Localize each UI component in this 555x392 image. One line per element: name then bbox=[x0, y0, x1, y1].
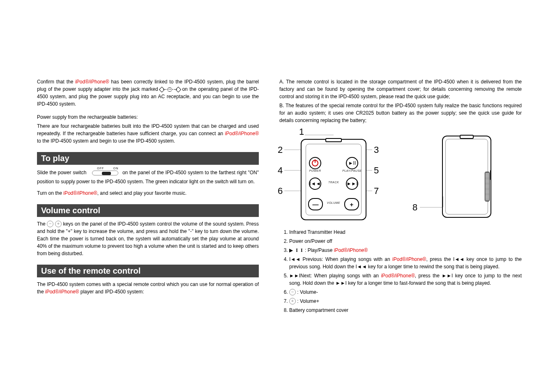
callout-2: 2 bbox=[278, 145, 283, 155]
text: Slide the power switch bbox=[37, 170, 88, 175]
legend-item-3: ▶ I I : Play/Pause iPod®/iPhone® bbox=[289, 247, 522, 254]
text: : Volume+ bbox=[296, 298, 319, 304]
next-icon: ►►I bbox=[336, 280, 347, 286]
legend-item-2: Power on/Power off bbox=[289, 238, 522, 245]
remote-diagram: 1 2 3 4 5 6 7 8 ►II POWER bbox=[278, 127, 508, 225]
ipod-tm: iPod®/iPhone® bbox=[334, 247, 368, 253]
switch-on-label: ON bbox=[113, 166, 119, 171]
minus-icon: − bbox=[289, 289, 296, 295]
play-pause-button-icon: ►II bbox=[346, 157, 358, 169]
right-column: A. The remote control is located in the … bbox=[279, 78, 522, 316]
legend-item-6: − : Volume- bbox=[289, 288, 522, 296]
leader-line bbox=[420, 207, 443, 208]
callout-1: 1 bbox=[299, 127, 304, 137]
legend-list: Infrared Transmitter Head Power on/Power… bbox=[279, 228, 522, 314]
legend-item-8: Battery compartment cover bbox=[289, 307, 522, 314]
section-remote: Use of the remote control bbox=[37, 265, 259, 277]
prev-icon: I◄◄ bbox=[355, 264, 366, 270]
label-track: TRACK bbox=[325, 181, 342, 184]
note-b: B. The features of the special remote co… bbox=[279, 102, 522, 124]
play-paragraph-2: Turn on the iPod®/iPhone®, and select an… bbox=[37, 189, 259, 197]
next-icon: ►►I bbox=[289, 273, 300, 279]
next-icon: ►►I bbox=[442, 273, 453, 279]
text: : Volume- bbox=[296, 289, 318, 295]
callout-6: 6 bbox=[278, 186, 283, 196]
text: , press the bbox=[415, 273, 442, 279]
ipod-tm: iPod®/iPhone® bbox=[75, 79, 109, 85]
power-switch-icon: OFF ON bbox=[88, 166, 121, 176]
ir-transmitter-icon bbox=[325, 138, 342, 142]
section-volume: Volume control bbox=[37, 204, 259, 217]
legend-item-7: + : Volume+ bbox=[289, 297, 522, 305]
minus-icon: − bbox=[47, 221, 53, 227]
label-volume: VOLUME bbox=[325, 201, 343, 204]
text: player and IPD-4500 system: bbox=[79, 289, 144, 295]
ipod-tm: iPod®/iPhone® bbox=[381, 273, 415, 279]
leader-line bbox=[305, 135, 334, 135]
text: key for a longer time to fast-forward th… bbox=[347, 280, 491, 286]
ipod-tm: iPod®/iPhone® bbox=[225, 131, 259, 136]
prev-track-button-icon: I◄◄ bbox=[309, 178, 321, 190]
legend-item-1: Infrared Transmitter Head bbox=[289, 228, 522, 236]
intro-paragraph: Confirm that the iPod®/iPhone® has been … bbox=[37, 78, 259, 108]
text: Next: When playing songs with an bbox=[300, 273, 381, 279]
prev-icon: I◄◄ bbox=[453, 256, 464, 262]
label-playpause: PLAY/PAUSE bbox=[342, 169, 362, 172]
battery-title: Power supply from the rechargeable batte… bbox=[37, 113, 259, 121]
next-track-button-icon: ►►I bbox=[346, 178, 358, 190]
text: , and select and play your favorite musi… bbox=[97, 190, 187, 196]
remote-front-illustration: ►II POWER PLAY/PAUSE I◄◄ ►►I TRACK — + V… bbox=[301, 139, 366, 220]
remote-back-illustration bbox=[442, 136, 491, 218]
text: , press the bbox=[426, 256, 453, 262]
volume-up-button-icon: + bbox=[344, 198, 359, 210]
callout-8: 8 bbox=[412, 202, 417, 213]
text: Confirm that the bbox=[37, 79, 75, 85]
play-paragraph: Slide the power switch OFF ON on the pan… bbox=[37, 168, 259, 185]
battery-cover-notch-icon bbox=[490, 170, 491, 180]
plus-icon: + bbox=[289, 298, 296, 304]
manual-page: Confirm that the iPod®/iPhone® has been … bbox=[0, 0, 555, 340]
volume-paragraph: The − + keys on the panel of the IPD-450… bbox=[37, 220, 259, 257]
switch-off-label: OFF bbox=[97, 166, 104, 171]
prev-icon: I◄◄ bbox=[289, 256, 300, 262]
section-to-play: To play bbox=[37, 152, 259, 165]
text: Turn on the bbox=[37, 190, 63, 196]
callout-3: 3 bbox=[374, 145, 379, 155]
text: key for a longer time to rewind the song… bbox=[367, 264, 500, 270]
note-a: A. The remote control is located in the … bbox=[279, 78, 522, 100]
volume-down-button-icon: — bbox=[308, 198, 323, 210]
text: The bbox=[37, 221, 47, 227]
dc-jack-icon bbox=[160, 87, 180, 92]
power-button-icon bbox=[309, 157, 321, 169]
remote-paragraph: The IPD-4500 system comes with a special… bbox=[37, 281, 259, 295]
callout-7: 7 bbox=[374, 186, 379, 196]
text: Previous: When playing songs with an bbox=[300, 256, 392, 262]
text: keys on the panel of the IPD-4500 system… bbox=[37, 221, 259, 256]
label-power: POWER bbox=[309, 169, 321, 172]
ir-transmitter-icon bbox=[460, 135, 474, 139]
play-icon: ▶ I I bbox=[289, 247, 304, 253]
legend-item-5: ►►INext: When playing songs with an iPod… bbox=[289, 272, 522, 287]
left-column: Confirm that the iPod®/iPhone® has been … bbox=[37, 78, 259, 316]
plus-icon: + bbox=[55, 221, 62, 227]
ipod-tm: iPod®/iPhone® bbox=[63, 190, 97, 196]
battery-paragraph: There are four rechargeable batteries bu… bbox=[37, 122, 259, 145]
callout-4: 4 bbox=[278, 165, 283, 176]
ipod-tm: iPod®/iPhone® bbox=[45, 289, 79, 295]
legend-item-4: I◄◄ Previous: When playing songs with an… bbox=[289, 256, 522, 270]
battery-cover-icon bbox=[485, 172, 490, 201]
callout-5: 5 bbox=[374, 165, 379, 176]
text: to the IPD-4500 system and begin to use … bbox=[37, 138, 175, 144]
text: : Play/Pause bbox=[304, 247, 334, 253]
ipod-tm: iPod®/iPhone® bbox=[392, 256, 426, 262]
